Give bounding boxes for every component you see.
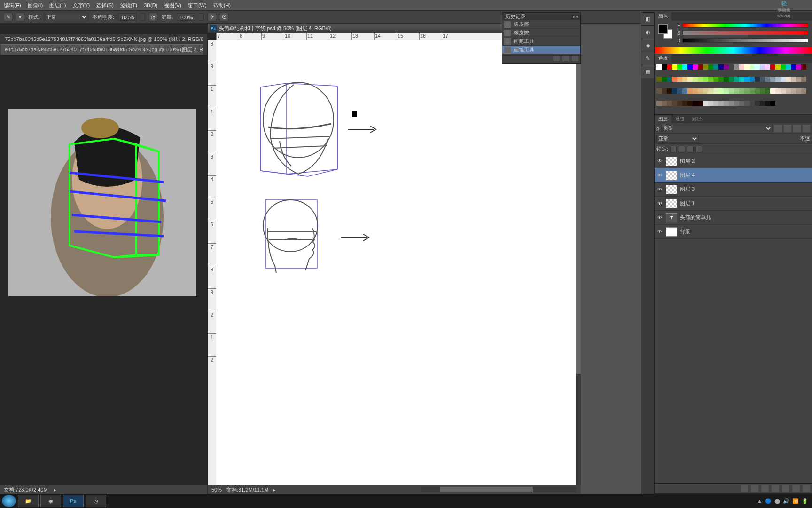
arrow-icon[interactable]: ▸	[273, 487, 276, 493]
swatch[interactable]	[744, 64, 750, 70]
swatch[interactable]	[765, 77, 770, 82]
swatch[interactable]	[682, 101, 687, 106]
swatch[interactable]	[687, 77, 693, 82]
swatch[interactable]	[708, 88, 713, 94]
swatch[interactable]	[734, 64, 739, 70]
swatch[interactable]	[729, 64, 734, 70]
adj-icon[interactable]	[772, 485, 779, 492]
visibility-icon[interactable]: 👁	[656, 158, 663, 165]
swatch[interactable]	[791, 88, 796, 94]
layers-tab[interactable]: 图层	[655, 115, 671, 123]
trash-icon[interactable]	[803, 485, 810, 492]
swatch[interactable]	[677, 77, 682, 82]
swatch[interactable]	[698, 77, 703, 82]
swatch[interactable]	[718, 101, 724, 106]
swatch[interactable]	[770, 101, 775, 106]
airbrush-icon[interactable]: ✈	[208, 13, 216, 21]
swatch[interactable]	[724, 101, 729, 106]
swatch[interactable]	[667, 101, 672, 106]
lock-pixels-icon[interactable]	[679, 146, 685, 152]
swatch[interactable]	[708, 64, 713, 70]
swatch[interactable]	[791, 77, 796, 82]
pressure-opacity-icon[interactable]: ◔	[149, 13, 157, 21]
lock-pos-icon[interactable]	[687, 146, 694, 152]
app-taskbar-icon[interactable]: ◉	[40, 495, 61, 507]
arrow-icon[interactable]: ▸	[54, 487, 56, 493]
swatch[interactable]	[677, 64, 682, 70]
swatch[interactable]	[724, 77, 729, 82]
layer-row[interactable]: 👁背景	[655, 225, 812, 239]
swatch[interactable]	[703, 88, 708, 94]
swatch[interactable]	[739, 101, 744, 106]
panel-icon[interactable]: ▦	[641, 65, 654, 78]
swatch[interactable]	[677, 101, 682, 106]
paths-tab[interactable]: 路径	[688, 115, 705, 123]
swatch[interactable]	[744, 77, 750, 82]
swatch[interactable]	[687, 101, 693, 106]
lock-all-icon[interactable]	[695, 146, 702, 152]
visibility-icon[interactable]: 👁	[656, 214, 663, 221]
menu-type[interactable]: 文字(Y)	[73, 2, 90, 9]
swatch[interactable]	[734, 101, 739, 106]
explorer-taskbar-icon[interactable]: 📁	[18, 495, 39, 507]
layer-filter-select[interactable]: 类型	[661, 125, 773, 132]
bri-slider[interactable]	[682, 38, 808, 43]
opacity-dropdown[interactable]	[141, 13, 145, 21]
swatch[interactable]	[750, 88, 755, 94]
photoshop-taskbar-icon[interactable]: Ps	[63, 495, 84, 507]
pressure-size-icon[interactable]: ⦿	[220, 13, 228, 21]
menu-3d[interactable]: 3D(D)	[144, 2, 157, 8]
swatch[interactable]	[708, 77, 713, 82]
swatch[interactable]	[662, 77, 667, 82]
menu-view[interactable]: 视图(V)	[164, 2, 181, 9]
obs-taskbar-icon[interactable]: ◎	[86, 495, 106, 507]
swatch[interactable]	[662, 101, 667, 106]
swatch[interactable]	[662, 64, 667, 70]
swatch[interactable]	[786, 64, 791, 70]
swatch[interactable]	[656, 88, 662, 94]
layer-thumbnail[interactable]	[666, 199, 677, 208]
swatch[interactable]	[682, 77, 687, 82]
zoom-level[interactable]: 50%	[211, 487, 222, 492]
layer-row[interactable]: 👁T头部的简单几	[655, 211, 812, 225]
swatch[interactable]	[781, 88, 786, 94]
swatch[interactable]	[656, 77, 662, 82]
swatch[interactable]	[739, 77, 744, 82]
swatch[interactable]	[672, 64, 677, 70]
swatch[interactable]	[770, 77, 775, 82]
doc1-tab-2[interactable]: e8b375bb7ba8345d5e127534017f74663fa0136a…	[1, 44, 203, 55]
layer-thumbnail[interactable]	[666, 157, 677, 166]
layer-name[interactable]: 图层 1	[680, 200, 695, 207]
swatch[interactable]	[775, 88, 781, 94]
swatch[interactable]	[760, 88, 765, 94]
swatch[interactable]	[687, 88, 693, 94]
layer-thumbnail[interactable]	[666, 171, 677, 180]
swatch[interactable]	[713, 77, 718, 82]
swatch[interactable]	[739, 64, 744, 70]
swatch[interactable]	[682, 88, 687, 94]
group-icon[interactable]	[782, 485, 789, 492]
lock-trans-icon[interactable]	[670, 146, 677, 152]
camera-icon[interactable]	[553, 56, 560, 61]
fx-icon[interactable]	[751, 485, 758, 492]
doc1-tab-1[interactable]: 75bb7ba8345d5e127534017f74663fa0136a4fd5…	[1, 34, 203, 44]
menu-select[interactable]: 选择(S)	[96, 2, 114, 9]
swatch[interactable]	[786, 88, 791, 94]
visibility-icon[interactable]: 👁	[656, 186, 663, 193]
flow-value[interactable]: 100%	[177, 13, 195, 21]
sat-slider[interactable]	[682, 31, 808, 35]
color-tab[interactable]: 颜色	[655, 12, 671, 21]
swatch[interactable]	[796, 64, 801, 70]
opacity-value[interactable]: 100%	[118, 13, 137, 21]
swatch[interactable]	[770, 64, 775, 70]
layer-row[interactable]: 👁图层 1	[655, 197, 812, 211]
history-item[interactable]: 橡皮擦	[502, 29, 580, 37]
swatch[interactable]	[667, 88, 672, 94]
swatch[interactable]	[744, 101, 750, 106]
swatch[interactable]	[693, 64, 698, 70]
swatch[interactable]	[739, 88, 744, 94]
history-item[interactable]: 橡皮擦	[502, 20, 580, 29]
brush-picker-icon[interactable]: ▾	[16, 13, 24, 21]
swatch[interactable]	[765, 101, 770, 106]
swatch[interactable]	[801, 64, 806, 70]
